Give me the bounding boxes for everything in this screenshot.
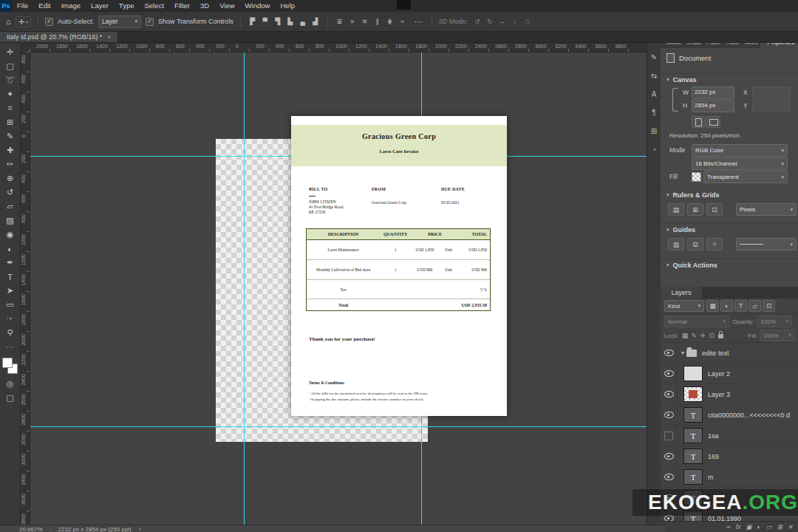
- history-panel-icon[interactable]: ◔: [647, 146, 661, 154]
- grid-icon[interactable]: ⊞: [687, 203, 703, 216]
- filter-kind-dropdown[interactable]: Kind▾: [664, 300, 704, 312]
- 3d-scale-icon[interactable]: ◇: [522, 18, 533, 25]
- edit-toolbar-icon[interactable]: ⋯: [0, 340, 20, 354]
- distribute-right-icon[interactable]: ≈: [398, 18, 408, 25]
- align-center-h-icon[interactable]: ▀: [260, 18, 270, 25]
- paragraph-panel-icon[interactable]: ¶: [647, 109, 661, 117]
- layer-effects-icon[interactable]: fx: [736, 523, 741, 531]
- clear-guides-icon[interactable]: ⌗: [706, 238, 723, 250]
- distribute-top-icon[interactable]: ≣: [335, 18, 345, 25]
- 3d-slide-icon[interactable]: ↕: [510, 18, 520, 25]
- layer-row[interactable]: Layer 3: [661, 384, 798, 405]
- 3d-roll-icon[interactable]: ↻: [485, 18, 495, 25]
- align-left-icon[interactable]: ▛: [248, 18, 258, 25]
- align-right-icon[interactable]: ▜: [273, 18, 283, 25]
- group-expand-icon[interactable]: ▾: [681, 349, 684, 356]
- menu-help[interactable]: Help: [275, 0, 300, 12]
- menu-window[interactable]: Window: [240, 0, 276, 12]
- layer-row[interactable]: Layer 2: [661, 364, 798, 384]
- character-panel-icon[interactable]: A: [647, 90, 661, 98]
- lock-transparent-icon[interactable]: ▦: [681, 332, 689, 339]
- layer-visibility-icon[interactable]: [664, 349, 674, 356]
- text-layer-thumbnail[interactable]: T: [683, 407, 703, 423]
- section-quick-actions[interactable]: ▾Quick Actions: [661, 259, 798, 271]
- foreground-color-swatch[interactable]: [2, 358, 13, 368]
- healing-brush-tool[interactable]: ✚: [0, 143, 20, 157]
- clone-source-icon[interactable]: ⇆: [647, 72, 661, 80]
- menu-layer[interactable]: Layer: [86, 0, 114, 12]
- section-guides[interactable]: ▾Guides: [661, 223, 798, 236]
- home-icon[interactable]: ⌂: [6, 17, 11, 26]
- ruler-horizontal[interactable]: 2000180016001400120010008006004002000200…: [30, 42, 647, 52]
- type-tool[interactable]: T: [0, 270, 20, 284]
- move-tool[interactable]: ✛: [0, 45, 20, 59]
- shape-tool[interactable]: ▭: [0, 298, 20, 312]
- filter-type-layers-icon[interactable]: T: [734, 300, 747, 312]
- add-mask-icon[interactable]: ▣: [746, 523, 752, 531]
- clone-stamp-tool[interactable]: ⊕: [0, 171, 20, 185]
- lock-artboard-icon[interactable]: ⊡: [707, 332, 716, 339]
- quick-mask-button[interactable]: ◎: [0, 377, 20, 391]
- y-field[interactable]: [752, 100, 791, 112]
- rectangular-marquee-tool[interactable]: ▢: [0, 59, 20, 73]
- distribute-bottom-icon[interactable]: ≋: [360, 18, 370, 25]
- lock-position-icon[interactable]: ✛: [698, 332, 707, 339]
- pen-tool[interactable]: ✒: [0, 256, 20, 270]
- brush-tool[interactable]: ✏: [0, 157, 20, 171]
- layer-row[interactable]: Tcita0000000...<<<<<<<<0 d: [661, 405, 798, 426]
- lock-all-icon[interactable]: [718, 334, 723, 338]
- more-options-icon[interactable]: ⋯: [412, 17, 425, 27]
- layer-row[interactable]: ▾edite text: [661, 343, 798, 364]
- opacity-field[interactable]: 100%▾: [757, 316, 792, 327]
- snap-icon[interactable]: ⊡: [706, 203, 723, 216]
- show-transform-checkbox[interactable]: ✓: [146, 18, 154, 26]
- height-field[interactable]: 2854 px: [692, 100, 734, 112]
- history-brush-tool[interactable]: ↺: [0, 185, 20, 200]
- layer-thumbnail[interactable]: [683, 386, 703, 402]
- menu-3d[interactable]: 3D: [195, 0, 214, 12]
- lock-guides-icon[interactable]: ⊟: [687, 238, 703, 250]
- pasteboard[interactable]: Gracious Green Corp Lawn Care Invoice BI…: [30, 52, 647, 525]
- menu-image[interactable]: Image: [56, 0, 86, 12]
- layer-thumbnail[interactable]: [683, 366, 703, 381]
- lasso-tool[interactable]: ➰: [0, 73, 20, 87]
- text-layer-thumbnail[interactable]: T: [683, 428, 703, 443]
- eyedropper-tool[interactable]: ✎: [0, 129, 20, 143]
- distribute-h-center-icon[interactable]: ⋕: [385, 18, 395, 25]
- link-layers-icon[interactable]: ∞: [726, 523, 731, 531]
- layer-visibility-icon[interactable]: [664, 432, 673, 440]
- text-layer-thumbnail[interactable]: T: [683, 469, 703, 485]
- crop-tool[interactable]: ⌗: [0, 101, 20, 115]
- close-tab-icon[interactable]: ×: [107, 33, 111, 41]
- blend-mode-dropdown[interactable]: Normal▾: [664, 316, 729, 327]
- filter-adjustment-layers-icon[interactable]: ◐: [720, 300, 733, 312]
- eraser-tool[interactable]: ▱: [0, 200, 20, 214]
- portrait-orientation-button[interactable]: [692, 116, 706, 128]
- guide-style-dropdown[interactable]: ▾: [736, 238, 797, 250]
- show-guides-icon[interactable]: ▥: [668, 238, 684, 250]
- distribute-v-center-icon[interactable]: ≡: [347, 18, 358, 25]
- bit-depth-dropdown[interactable]: 16 Bits/Channel▾: [692, 157, 788, 170]
- filter-shape-layers-icon[interactable]: ▱: [748, 300, 761, 312]
- layer-visibility-icon[interactable]: [664, 453, 674, 460]
- layer-visibility-icon[interactable]: [664, 412, 674, 418]
- adjustment-layer-icon[interactable]: ◐: [757, 523, 761, 531]
- path-selection-tool[interactable]: ➤: [0, 284, 20, 298]
- 3d-orbit-icon[interactable]: ↺: [472, 18, 482, 25]
- quick-selection-tool[interactable]: ✦: [0, 87, 20, 101]
- hand-tool[interactable]: ☞: [0, 312, 20, 326]
- auto-select-target-dropdown[interactable]: Layer▾: [98, 16, 141, 28]
- zoom-field[interactable]: 20.667%: [19, 526, 43, 532]
- align-center-v-icon[interactable]: ▄: [298, 18, 308, 25]
- landscape-orientation-button[interactable]: [706, 116, 720, 128]
- glyphs-panel-icon[interactable]: ⊞: [647, 127, 661, 135]
- menu-type[interactable]: Type: [114, 0, 140, 12]
- screen-mode-button[interactable]: ▢: [0, 391, 20, 405]
- ruler-icon[interactable]: ▤: [668, 203, 684, 216]
- zoom-tool[interactable]: ⚲: [0, 326, 20, 340]
- section-rulers-grids[interactable]: ▾Rulers & Grids: [661, 188, 798, 201]
- 3d-pan-icon[interactable]: ↔: [497, 18, 508, 25]
- text-layer-thumbnail[interactable]: T: [683, 449, 703, 464]
- layer-row[interactable]: T1sa: [661, 426, 798, 446]
- tab-layers[interactable]: Layers: [661, 287, 702, 299]
